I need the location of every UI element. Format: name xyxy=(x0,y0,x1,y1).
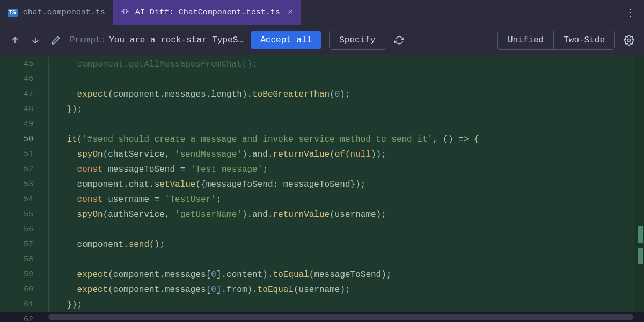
code-line[interactable]: const messageToSend = 'Test message'; xyxy=(43,162,644,177)
tab-chat-component[interactable]: TS chat.component.ts xyxy=(0,0,113,25)
prompt-text: You are a rock-star TypeScrip… xyxy=(109,35,243,45)
minimap-marker xyxy=(638,226,643,243)
line-number: 61 xyxy=(0,297,43,312)
code-line[interactable]: spyOn(authService, 'getUserName').and.re… xyxy=(43,207,644,222)
code-line[interactable] xyxy=(43,252,644,267)
tabs-bar: TS chat.component.ts AI Diff: ChatCompon… xyxy=(0,0,644,25)
line-number: 58 xyxy=(0,252,43,267)
prompt-label: Prompt: xyxy=(70,35,106,45)
specify-button[interactable]: Specify xyxy=(329,31,385,50)
line-number: 57 xyxy=(0,237,43,252)
svg-point-0 xyxy=(628,39,631,41)
edit-icon[interactable] xyxy=(49,34,62,47)
view-mode-toggle: Unified Two-Side xyxy=(497,31,615,50)
line-number: 46 xyxy=(0,72,43,87)
bottom-scrollbar-area xyxy=(0,312,644,322)
minimap[interactable] xyxy=(634,55,644,312)
tab-label: AI Diff: ChatComponent.test.ts xyxy=(135,8,280,17)
ai-diff-icon xyxy=(120,6,130,19)
line-number: 45 xyxy=(0,57,43,72)
line-number: 48 xyxy=(0,102,43,117)
line-number: 51 xyxy=(0,147,43,162)
code-line[interactable] xyxy=(43,222,644,237)
line-number: 62 xyxy=(0,312,43,322)
arrow-down-icon[interactable] xyxy=(29,34,42,47)
code-line[interactable]: component.send(); xyxy=(43,237,644,252)
typescript-icon: TS xyxy=(8,9,18,17)
code-line[interactable]: spyOn(chatService, 'sendMessage').and.re… xyxy=(43,147,644,162)
line-number: 50 xyxy=(0,132,43,147)
code-line[interactable]: it('#send should create a message and in… xyxy=(43,132,644,147)
line-number: 59 xyxy=(0,267,43,282)
line-number: 49 xyxy=(0,117,43,132)
code-line[interactable]: component.getAllMessagesFromChat(); xyxy=(43,57,644,72)
action-bar: Prompt: You are a rock-star TypeScrip… A… xyxy=(0,25,644,55)
code-line[interactable]: }); xyxy=(43,297,644,312)
code-editor[interactable]: 454647484950515253545556575859606162 com… xyxy=(0,55,644,312)
line-number: 47 xyxy=(0,87,43,102)
two-side-view-option[interactable]: Two-Side xyxy=(554,31,614,49)
accept-all-button[interactable]: Accept all xyxy=(251,31,321,49)
line-number: 54 xyxy=(0,192,43,207)
code-line[interactable]: expect(component.messages[0].from).toEqu… xyxy=(43,282,644,297)
minimap-marker xyxy=(638,248,643,264)
line-number: 53 xyxy=(0,177,43,192)
code-line[interactable]: const username = 'TestUser'; xyxy=(43,192,644,207)
code-line[interactable]: expect(component.messages.length).toBeGr… xyxy=(43,87,644,102)
unified-view-option[interactable]: Unified xyxy=(498,31,554,49)
line-number: 60 xyxy=(0,282,43,297)
tab-ai-diff[interactable]: AI Diff: ChatComponent.test.ts × xyxy=(113,0,301,25)
code-content[interactable]: component.getAllMessagesFromChat(); expe… xyxy=(43,55,644,312)
line-number: 55 xyxy=(0,207,43,222)
close-icon[interactable]: × xyxy=(288,7,294,18)
code-line[interactable] xyxy=(43,72,644,87)
code-line[interactable]: }); xyxy=(43,102,644,117)
horizontal-scrollbar[interactable] xyxy=(48,314,633,320)
settings-gear-icon[interactable] xyxy=(623,34,635,47)
line-number: 56 xyxy=(0,222,43,237)
code-line[interactable]: expect(component.messages[0].content).to… xyxy=(43,267,644,282)
refresh-icon[interactable] xyxy=(393,34,406,47)
line-number-gutter: 454647484950515253545556575859606162 xyxy=(0,55,43,312)
prompt-display[interactable]: Prompt: You are a rock-star TypeScrip… xyxy=(70,35,243,45)
kebab-menu-icon[interactable]: ⋮ xyxy=(625,6,635,19)
code-line[interactable]: component.chat.setValue({messageToSend: … xyxy=(43,177,644,192)
tab-label: chat.component.ts xyxy=(23,8,105,17)
code-line[interactable] xyxy=(43,117,644,132)
line-number: 52 xyxy=(0,162,43,177)
arrow-up-icon[interactable] xyxy=(9,34,21,47)
